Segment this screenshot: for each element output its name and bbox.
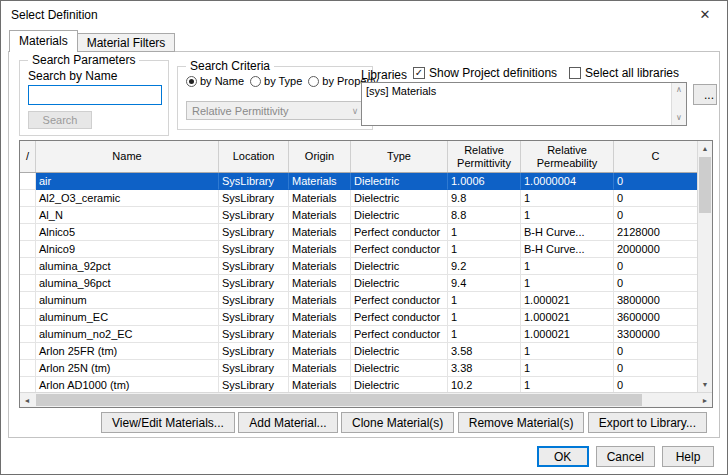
cell-rowhead — [20, 241, 36, 258]
ok-button[interactable]: OK — [537, 446, 589, 467]
radio-by-type[interactable]: by Type — [250, 75, 302, 87]
cell-location: SysLibrary — [219, 326, 289, 343]
horizontal-scrollbar[interactable]: ◄ ► — [20, 392, 712, 407]
cell-location: SysLibrary — [219, 258, 289, 275]
cell-location: SysLibrary — [219, 173, 289, 190]
libraries-list-scrollbar[interactable]: ∧ ∨ — [671, 83, 686, 125]
cell-origin: Materials — [289, 190, 351, 207]
cell-permittivity: 9.2 — [448, 258, 521, 275]
cell-permeability: B-H Curve... — [521, 224, 614, 241]
cell-permeability: 1 — [521, 343, 614, 360]
column-header-sort[interactable]: / — [20, 141, 36, 172]
clone-material-s-button[interactable]: Clone Material(s) — [341, 412, 454, 433]
libraries-listbox[interactable]: [sys] Materials ∧ ∨ — [361, 82, 687, 126]
cell-permittivity: 1 — [448, 292, 521, 309]
cell-location: SysLibrary — [219, 241, 289, 258]
property-dropdown[interactable]: Relative Permittivity ∨ — [186, 101, 364, 120]
table-row[interactable]: Arlon 25FR (tm)SysLibraryMaterialsDielec… — [20, 343, 697, 360]
cell-permeability: 1 — [521, 275, 614, 292]
cell-origin: Materials — [289, 275, 351, 292]
column-header-relative-permittivity[interactable]: Relative Permittivity — [448, 141, 521, 172]
scroll-right-icon[interactable]: ► — [698, 393, 712, 408]
column-header-name[interactable]: Name — [36, 141, 219, 172]
cell-location: SysLibrary — [219, 343, 289, 360]
search-button[interactable]: Search — [28, 111, 92, 129]
cell-permittivity: 3.38 — [448, 360, 521, 377]
checkbox-box — [569, 67, 581, 79]
cell-name: Al_N — [36, 207, 219, 224]
search-input[interactable] — [28, 85, 162, 105]
cell-origin: Materials — [289, 207, 351, 224]
cell-origin: Materials — [289, 292, 351, 309]
export-to-library-button[interactable]: Export to Library... — [588, 412, 707, 433]
cell-conductivity: 2128000 — [614, 224, 697, 241]
table-row[interactable]: airSysLibraryMaterialsDielectric1.00061.… — [20, 173, 697, 190]
cell-conductivity: 0 — [614, 275, 697, 292]
tab-materials[interactable]: Materials — [9, 30, 78, 52]
cell-origin: Materials — [289, 377, 351, 392]
close-icon[interactable]: ✕ — [684, 2, 726, 28]
scroll-up-icon[interactable]: ∧ — [672, 84, 686, 96]
cell-permittivity: 1.0006 — [448, 173, 521, 190]
cell-name: aluminum — [36, 292, 219, 309]
cell-type: Dielectric — [351, 190, 448, 207]
scroll-left-icon[interactable]: ◄ — [20, 393, 34, 408]
add-material-button[interactable]: Add Material... — [238, 412, 337, 433]
cell-rowhead — [20, 309, 36, 326]
table-row[interactable]: Arlon AD1000 (tm)SysLibraryMaterialsDiel… — [20, 377, 697, 392]
table-row[interactable]: alumina_96pctSysLibraryMaterialsDielectr… — [20, 275, 697, 292]
column-header-relative-permeability[interactable]: Relative Permeability — [521, 141, 614, 172]
table-row[interactable]: Alnico5SysLibraryMaterialsPerfect conduc… — [20, 224, 697, 241]
cell-conductivity: 3800000 — [614, 292, 697, 309]
library-item[interactable]: [sys] Materials — [362, 83, 671, 99]
cell-conductivity: 0 — [614, 190, 697, 207]
view-edit-materials-button[interactable]: View/Edit Materials... — [101, 412, 235, 433]
cell-permittivity: 1 — [448, 309, 521, 326]
scroll-up-icon[interactable]: ▲ — [698, 141, 712, 156]
table-row[interactable]: Alnico9SysLibraryMaterialsPerfect conduc… — [20, 241, 697, 258]
tab-material-filters[interactable]: Material Filters — [77, 33, 176, 52]
cell-location: SysLibrary — [219, 377, 289, 392]
column-header-type[interactable]: Type — [351, 141, 448, 172]
select-all-libraries-checkbox[interactable]: Select all libraries — [569, 66, 679, 80]
tab-strip: Materials Material Filters — [9, 30, 174, 52]
cell-type: Dielectric — [351, 377, 448, 392]
column-header-location[interactable]: Location — [219, 141, 289, 172]
cell-type: Dielectric — [351, 258, 448, 275]
browse-libraries-button[interactable]: ... — [693, 84, 717, 105]
cell-location: SysLibrary — [219, 360, 289, 377]
vertical-scrollbar[interactable]: ▲ ▼ — [697, 141, 712, 392]
vertical-scrollbar-thumb[interactable] — [699, 157, 711, 213]
radio-label: by Name — [200, 75, 244, 87]
cell-conductivity: 0 — [614, 173, 697, 190]
table-row[interactable]: aluminum_ECSysLibraryMaterialsPerfect co… — [20, 309, 697, 326]
table-row[interactable]: alumina_92pctSysLibraryMaterialsDielectr… — [20, 258, 697, 275]
table-row[interactable]: Arlon 25N (tm)SysLibraryMaterialsDielect… — [20, 360, 697, 377]
search-parameters-group-label: Search Parameters — [28, 53, 139, 67]
cell-conductivity: 2000000 — [614, 241, 697, 258]
table-row[interactable]: aluminum_no2_ECSysLibraryMaterialsPerfec… — [20, 326, 697, 343]
show-project-definitions-checkbox[interactable]: ✓ Show Project definitions — [413, 66, 557, 80]
scroll-down-icon[interactable]: ▼ — [698, 377, 712, 392]
cell-type: Perfect conductor — [351, 292, 448, 309]
cell-permeability: 1 — [521, 360, 614, 377]
horizontal-scrollbar-thumb[interactable] — [36, 394, 642, 406]
checkbox-check-icon: ✓ — [413, 67, 425, 79]
search-criteria-group: Search Criteria by Nameby Typeby Propert… — [177, 66, 373, 130]
help-button[interactable]: Help — [662, 446, 714, 467]
cell-conductivity: 0 — [614, 377, 697, 392]
cell-conductivity: 0 — [614, 258, 697, 275]
cell-location: SysLibrary — [219, 275, 289, 292]
cell-rowhead — [20, 343, 36, 360]
column-header-origin[interactable]: Origin — [289, 141, 351, 172]
radio-by-name[interactable]: by Name — [186, 75, 244, 87]
radio-icon — [308, 76, 319, 87]
column-header-c[interactable]: C — [614, 141, 697, 172]
cancel-button[interactable]: Cancel — [596, 446, 655, 467]
scroll-down-icon[interactable]: ∨ — [672, 112, 686, 124]
cell-type: Dielectric — [351, 360, 448, 377]
remove-material-s-button[interactable]: Remove Material(s) — [458, 412, 585, 433]
table-row[interactable]: aluminumSysLibraryMaterialsPerfect condu… — [20, 292, 697, 309]
table-row[interactable]: Al2_O3_ceramicSysLibraryMaterialsDielect… — [20, 190, 697, 207]
table-row[interactable]: Al_NSysLibraryMaterialsDielectric8.810 — [20, 207, 697, 224]
